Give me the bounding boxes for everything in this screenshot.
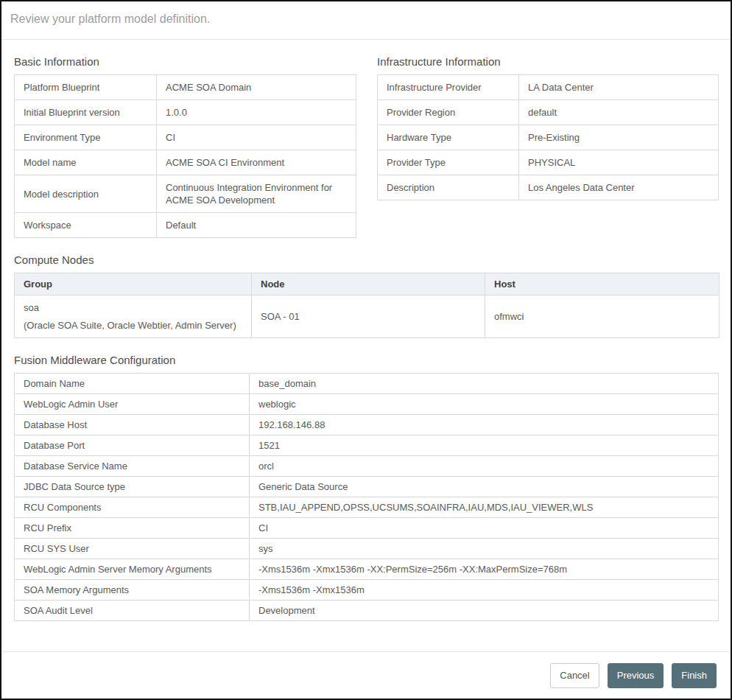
node-cell: SOA - 01 <box>252 295 485 338</box>
table-row: Model description Continuous Integration… <box>15 175 356 213</box>
fmw-config-section: Fusion Middleware Configuration Domain N… <box>14 354 718 621</box>
field-value: STB,IAU_APPEND,OPSS,UCSUMS,SOAINFRA,IAU,… <box>250 497 719 518</box>
table-row: WebLogic Admin User weblogic <box>15 394 719 415</box>
compute-nodes-table: Group Node Host soa (Oracle SOA Suite, O… <box>14 273 719 338</box>
table-row: RCU Prefix CI <box>15 518 719 539</box>
table-header-row: Group Node Host <box>15 273 719 295</box>
field-label: Initial Blueprint version <box>15 100 157 125</box>
field-value: CI <box>250 518 719 539</box>
field-label: SOA Audit Level <box>15 601 250 621</box>
table-row: JDBC Data Source type Generic Data Sourc… <box>15 477 719 497</box>
table-row: RCU SYS User sys <box>15 539 719 559</box>
table-row: Domain Name base_domain <box>15 374 719 394</box>
dialog-header: Review your platform model definition. <box>1 1 731 40</box>
section-title-compute-nodes: Compute Nodes <box>14 253 718 266</box>
field-value: sys <box>250 539 719 559</box>
field-value: weblogic <box>250 394 719 415</box>
field-label: Model name <box>15 150 157 175</box>
field-label: WebLogic Admin User <box>15 394 250 415</box>
group-cell: soa (Oracle SOA Suite, Oracle Webtier, A… <box>15 295 252 338</box>
field-value: Los Angeles Data Center <box>519 175 719 200</box>
field-label: Database Host <box>15 415 250 435</box>
field-value: 1521 <box>250 435 719 456</box>
field-value: -Xms1536m -Xmx1536m <box>250 580 719 601</box>
table-row: SOA Memory Arguments -Xms1536m -Xmx1536m <box>15 580 719 601</box>
table-row: Initial Blueprint version 1.0.0 <box>15 100 356 125</box>
field-value: CI <box>157 125 356 150</box>
basic-info-table: Platform Blueprint ACME SOA Domain Initi… <box>14 74 356 238</box>
field-value: PHYSICAL <box>519 150 719 175</box>
field-label: RCU Prefix <box>15 518 250 539</box>
infrastructure-section: Infrastructure Information Infrastructur… <box>377 40 719 200</box>
field-value: Default <box>157 213 356 238</box>
column-header-host: Host <box>485 273 719 295</box>
column-header-group: Group <box>15 273 252 295</box>
section-title-infrastructure-information: Infrastructure Information <box>377 55 719 68</box>
field-value: Generic Data Source <box>250 477 719 497</box>
table-row: Model name ACME SOA CI Environment <box>15 150 356 175</box>
field-label: Description <box>378 175 519 200</box>
field-value: default <box>519 100 719 125</box>
field-label: Database Port <box>15 435 250 456</box>
field-value: ACME SOA CI Environment <box>157 150 356 175</box>
table-row: RCU Components STB,IAU_APPEND,OPSS,UCSUM… <box>15 497 719 518</box>
table-row: Database Host 192.168.146.88 <box>15 415 719 435</box>
field-label: RCU Components <box>15 497 250 518</box>
review-dialog: Review your platform model definition. B… <box>0 0 732 700</box>
field-value: 1.0.0 <box>157 100 356 125</box>
field-label: JDBC Data Source type <box>15 477 250 497</box>
field-label: SOA Memory Arguments <box>15 580 250 601</box>
section-title-basic-information: Basic Information <box>14 55 356 68</box>
field-value: ACME SOA Domain <box>157 75 356 100</box>
table-row: SOA Audit Level Development <box>15 601 719 621</box>
table-row: Platform Blueprint ACME SOA Domain <box>15 75 356 100</box>
field-value: Development <box>250 601 719 621</box>
dialog-content: Basic Information Platform Blueprint ACM… <box>1 40 731 621</box>
compute-nodes-section: Compute Nodes Group Node Host soa (Oracl… <box>14 253 718 338</box>
field-value: orcl <box>250 456 719 477</box>
table-row: Workspace Default <box>15 213 356 238</box>
group-name: soa <box>24 301 242 314</box>
group-detail: (Oracle SOA Suite, Oracle Webtier, Admin… <box>24 319 242 332</box>
infrastructure-info-table: Infrastructure Provider LA Data Center P… <box>377 74 719 200</box>
field-label: Hardware Type <box>378 125 519 150</box>
field-label: Domain Name <box>15 374 250 394</box>
fmw-config-table: Domain Name base_domain WebLogic Admin U… <box>14 373 719 621</box>
field-label: RCU SYS User <box>15 539 250 559</box>
table-row: Description Los Angeles Data Center <box>378 175 719 200</box>
field-value: base_domain <box>250 374 719 394</box>
top-row: Basic Information Platform Blueprint ACM… <box>14 40 718 238</box>
column-header-node: Node <box>252 273 485 295</box>
field-value: Pre-Existing <box>519 125 719 150</box>
field-label: Environment Type <box>15 125 157 150</box>
field-label: Infrastructure Provider <box>378 75 519 100</box>
field-label: WebLogic Admin Server Memory Arguments <box>15 559 250 580</box>
finish-button[interactable]: Finish <box>672 663 717 688</box>
field-label: Provider Type <box>378 150 519 175</box>
dialog-footer: Cancel Previous Finish <box>1 651 731 699</box>
table-row: WebLogic Admin Server Memory Arguments -… <box>15 559 719 580</box>
table-row: soa (Oracle SOA Suite, Oracle Webtier, A… <box>15 295 719 338</box>
section-title-fusion-middleware-configuration: Fusion Middleware Configuration <box>14 354 718 366</box>
table-row: Provider Type PHYSICAL <box>378 150 719 175</box>
field-label: Provider Region <box>378 100 519 125</box>
table-row: Environment Type CI <box>15 125 356 150</box>
field-value: 192.168.146.88 <box>250 415 719 435</box>
table-row: Database Port 1521 <box>15 435 719 456</box>
basic-info-section: Basic Information Platform Blueprint ACM… <box>14 40 356 238</box>
field-value: Continuous Integration Environment for A… <box>157 175 356 213</box>
field-label: Model description <box>15 175 157 213</box>
field-label: Platform Blueprint <box>15 75 157 100</box>
table-row: Provider Region default <box>378 100 719 125</box>
field-label: Database Service Name <box>15 456 250 477</box>
field-value: LA Data Center <box>519 75 719 100</box>
previous-button[interactable]: Previous <box>608 663 664 688</box>
field-label: Workspace <box>15 213 157 238</box>
host-cell: ofmwci <box>485 295 719 338</box>
table-row: Database Service Name orcl <box>15 456 719 477</box>
cancel-button[interactable]: Cancel <box>550 663 599 688</box>
field-value: -Xms1536m -Xmx1536m -XX:PermSize=256m -X… <box>250 559 719 580</box>
table-row: Infrastructure Provider LA Data Center <box>378 75 719 100</box>
table-row: Hardware Type Pre-Existing <box>378 125 719 150</box>
dialog-title: Review your platform model definition. <box>10 13 210 25</box>
